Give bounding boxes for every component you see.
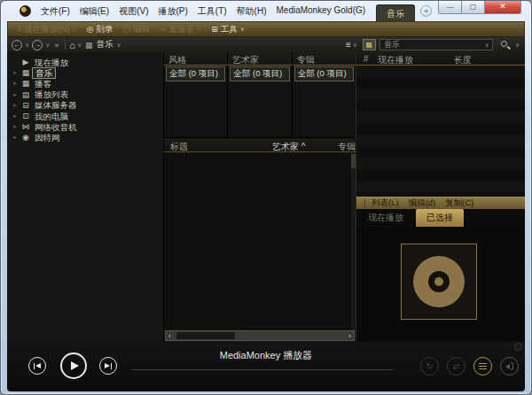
breadcrumb-chevron-icon[interactable]: ∨ <box>117 42 121 49</box>
sidebar-item-net-radio[interactable]: ▸ ⋈ 网络收音机 <box>7 121 163 132</box>
tab-music-view[interactable]: 音乐 <box>376 4 415 21</box>
toolbar-burn[interactable]: ◎ 刻录 <box>83 24 117 35</box>
filter-artist-all[interactable]: 全部 (0 项目) <box>230 66 289 81</box>
toolbar-edit-label: 编辑 <box>133 24 150 35</box>
next-bar-shape <box>111 363 113 369</box>
forward-history-chevron-icon[interactable]: ∨ <box>45 42 50 49</box>
menu-edit[interactable]: 编辑(E) <box>78 4 111 19</box>
back-button[interactable]: ← <box>12 40 22 50</box>
breadcrumb-music[interactable]: 音乐 <box>97 39 113 50</box>
tracklist-vscroll-thumb[interactable] <box>351 154 356 168</box>
menubar-grip <box>364 199 365 207</box>
seek-bar[interactable] <box>131 369 393 370</box>
sidebar-item-media-server[interactable]: ▸ ⊟ 媒体服务器 <box>7 100 163 111</box>
filter-album-header[interactable]: 专辑 <box>293 52 356 66</box>
toolbar-tools[interactable]: ⊞ 工具 ∨ <box>207 24 248 35</box>
sidebar-item-my-computer[interactable]: ▸ ⊡ 我的电脑 <box>7 111 163 121</box>
expand-arrow-icon[interactable]: ▸ <box>11 91 20 98</box>
search-input[interactable] <box>379 39 493 50</box>
hscroll-left-arrow-icon[interactable]: ‹ <box>168 332 171 340</box>
column-album[interactable]: 专辑 <box>338 141 356 153</box>
search-wrap: ∨ <box>379 39 493 50</box>
column-now-playing[interactable]: 现在播放 <box>376 52 452 65</box>
tracklist-vscrollbar[interactable] <box>351 152 356 330</box>
tracklist-hscrollbar[interactable]: ‹ › <box>165 330 355 341</box>
home-chevron-icon[interactable]: ∨ <box>77 42 82 49</box>
now-playing-panel: # 现在播放 长度 列表(L) 编辑(d) 复制(C) 现在播放 已选择 <box>356 52 525 342</box>
overflow-chevrons-icon[interactable]: » <box>54 41 59 50</box>
column-length[interactable]: 长度 <box>452 52 525 65</box>
sidebar-item-label: 网络收音机 <box>32 122 80 132</box>
view-mode-chevron-icon[interactable]: ∨ <box>353 42 357 49</box>
divider <box>65 40 66 50</box>
podcast-icon: ▦ <box>20 79 32 88</box>
toolbar-send-to[interactable]: ↪ 发送至 ∨ <box>156 24 205 35</box>
back-history-chevron-icon[interactable]: ∨ <box>25 42 29 49</box>
maximize-button[interactable]: ▢ <box>462 0 485 14</box>
minimize-button[interactable]: — <box>438 0 462 14</box>
home-icon[interactable]: ⌂ <box>69 40 75 50</box>
app-logo-icon <box>20 5 31 17</box>
menu-file[interactable]: 文件(F) <box>39 4 72 19</box>
np-menu-edit[interactable]: 编辑(d) <box>409 198 436 209</box>
expand-arrow-icon[interactable]: ▸ <box>11 123 20 130</box>
playlist-queue-button[interactable] <box>473 357 492 376</box>
next-triangle-shape <box>105 363 110 368</box>
close-button[interactable]: ✕ <box>485 0 521 14</box>
sidebar-item-label: 音乐 <box>32 67 56 79</box>
menu-tools[interactable]: 工具(T) <box>196 4 229 19</box>
view-mode-icon[interactable]: ≡ <box>346 40 351 50</box>
expand-arrow-icon[interactable]: ▸ <box>11 134 20 141</box>
sidebar-item-now-playing[interactable]: ▶ 现在播放 <box>7 57 163 67</box>
repeat-button[interactable]: ↻ <box>420 357 439 376</box>
now-playing-tabs: 现在播放 已选择 <box>356 209 525 227</box>
menu-mediamonkey-gold[interactable]: MediaMonkey Gold(G) <box>274 4 367 19</box>
add-tab-button[interactable]: + <box>420 5 432 17</box>
menu-help[interactable]: 帮助(H) <box>235 4 269 19</box>
toolbar-tools-label: 工具 <box>221 24 238 35</box>
np-menu-copy[interactable]: 复制(C) <box>445 198 473 209</box>
filter-genre-header[interactable]: 风格 <box>164 52 227 66</box>
main-toolbar: ≡ 现在播放(N) ∨ ◎ 刻录 ▢ 编辑 ↪ 发送至 ∨ ⊞ 工具 ∨ <box>7 21 525 37</box>
tracklist-body[interactable] <box>164 152 356 330</box>
volume-button[interactable] <box>500 357 519 376</box>
shuffle-button[interactable]: ⇄ <box>447 357 466 376</box>
expand-arrow-icon[interactable]: ▸ <box>11 80 20 87</box>
tab-now-playing[interactable]: 现在播放 <box>361 209 411 227</box>
filter-album-all[interactable]: 全部 (0 项目) <box>294 66 354 81</box>
menu-view[interactable]: 视图(V) <box>117 4 150 19</box>
sidebar-item-podcasts[interactable]: ▸ ▦ 播客 <box>7 78 163 89</box>
player-bar: i MediaMonkey 播放器 ↻ ⇄ <box>7 342 525 391</box>
hscroll-thumb[interactable] <box>176 332 235 339</box>
filter-artist-header[interactable]: 艺术家 <box>228 52 291 66</box>
expand-arrow-icon[interactable]: ▸ <box>11 69 20 76</box>
tracklist-header: 标题 艺术家 ^ 专辑 <box>164 138 356 152</box>
filter-genre: 风格 全部 (0 项目) <box>164 52 228 137</box>
sidebar-item-music[interactable]: ▸ ▦ 音乐 <box>7 67 163 78</box>
tab-selected[interactable]: 已选择 <box>416 209 464 227</box>
forward-button[interactable]: → <box>32 40 43 50</box>
search-scope-chevron-icon[interactable]: ∨ <box>485 42 489 49</box>
navbar-right-group: ≡ ∨ ▦ ∨ ∨ <box>346 39 521 50</box>
np-menu-list[interactable]: 列表(L) <box>372 198 399 209</box>
column-title[interactable]: 标题 <box>170 141 188 153</box>
column-number[interactable]: # <box>356 52 376 65</box>
toolbar-send-to-label: 发送至 <box>169 24 195 35</box>
menu-play[interactable]: 播放(P) <box>156 4 189 19</box>
toolbar-edit[interactable]: ▢ 编辑 <box>119 24 153 35</box>
now-playing-list[interactable] <box>356 66 525 197</box>
search-options-chevron-icon[interactable]: ∨ <box>515 42 520 49</box>
panel-layout-button[interactable]: ▦ <box>363 39 376 50</box>
sidebar-item-playlists[interactable]: ▸ ▤ 播放列表 <box>7 89 163 100</box>
now-playing-list-icon: ≡ <box>17 25 21 34</box>
album-art-frame[interactable] <box>401 244 477 320</box>
toolbar-now-playing[interactable]: ≡ 现在播放(N) ∨ <box>13 24 81 35</box>
hscroll-right-arrow-icon[interactable]: › <box>348 332 351 340</box>
sidebar-item-internet[interactable]: ▸ ◉ 因特网 <box>7 132 163 143</box>
now-playing-header: # 现在播放 长度 <box>356 52 525 66</box>
music-library-icon: ▦ <box>20 68 32 77</box>
expand-arrow-icon[interactable]: ▸ <box>11 112 20 120</box>
expand-arrow-icon[interactable]: ▸ <box>11 102 20 109</box>
filter-genre-all[interactable]: 全部 (0 项目) <box>166 66 225 81</box>
search-icon[interactable] <box>500 40 511 50</box>
